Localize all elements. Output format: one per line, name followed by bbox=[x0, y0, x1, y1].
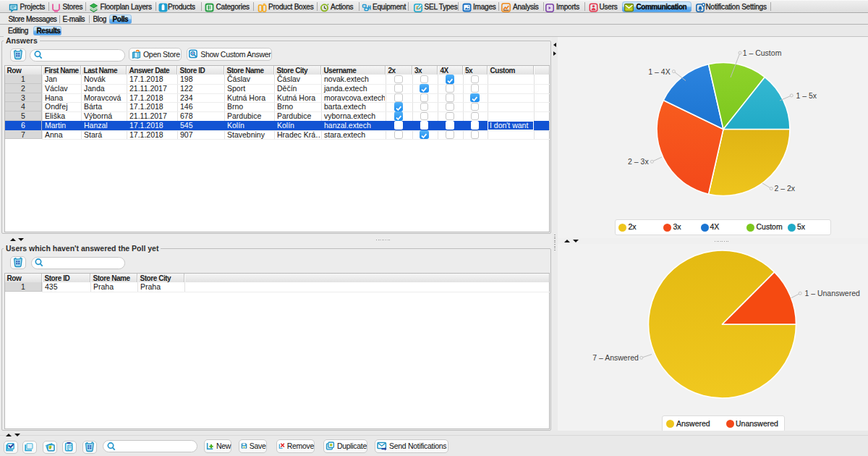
svg-text:2 – 2x: 2 – 2x bbox=[775, 184, 796, 193]
svg-text:7 – Answered: 7 – Answered bbox=[592, 353, 639, 362]
svg-text:1 – Custom: 1 – Custom bbox=[743, 48, 782, 57]
svg-text:2 – 3x: 2 – 3x bbox=[628, 157, 649, 166]
svg-text:1 – 5x: 1 – 5x bbox=[796, 91, 817, 100]
svg-text:1 – Unanswered: 1 – Unanswered bbox=[804, 289, 860, 297]
svg-text:1 – 4X: 1 – 4X bbox=[648, 67, 670, 76]
